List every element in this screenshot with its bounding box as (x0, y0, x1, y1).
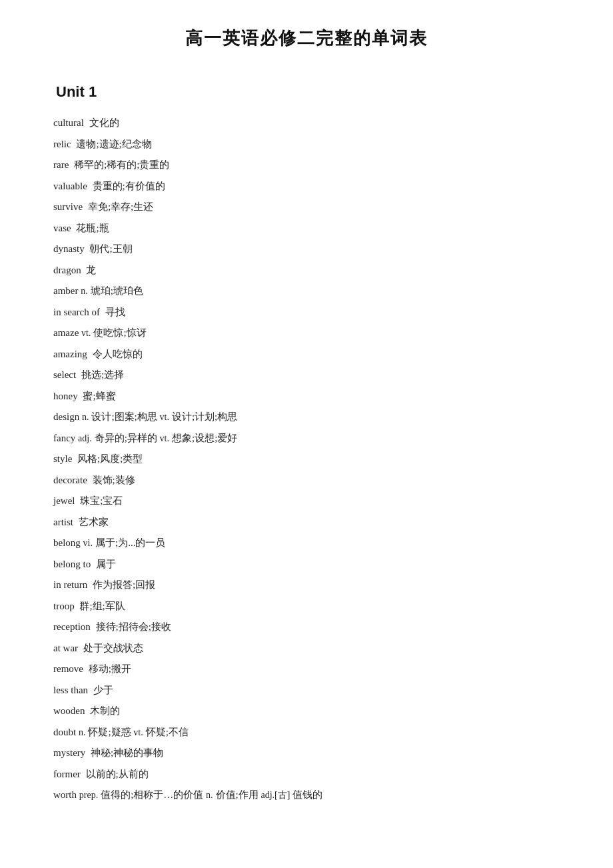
unit1-title: Unit 1 (56, 83, 560, 101)
list-item: amazing 令人吃惊的 (53, 344, 560, 365)
word-english: former (53, 769, 81, 779)
word-chinese: 设计;图案;构思 (91, 411, 159, 422)
word-english: vase (53, 223, 71, 233)
list-item: rare 稀罕的;稀有的;贵重的 (53, 155, 560, 176)
list-item: belong vi.属于;为...的一员 (53, 533, 560, 554)
word-english: design (53, 411, 79, 422)
word-chinese: 奇异的;异样的 (95, 433, 160, 443)
list-item: vase 花瓶;瓶 (53, 218, 560, 239)
word-chinese2: 怀疑;不信 (146, 727, 189, 737)
list-item: fancy adj.奇异的;异样的 vt.想象;设想;爱好 (53, 428, 560, 449)
word-pos: prep. (79, 790, 98, 800)
word-pos2: n. (206, 790, 213, 800)
word-english: troop (53, 601, 75, 611)
word-english: valuable (53, 181, 87, 191)
word-chinese: 装饰;装修 (90, 475, 135, 485)
word-pos: n. (81, 286, 88, 296)
word-chinese: 少于 (91, 685, 113, 695)
word-english: amazing (53, 349, 87, 359)
word-chinese: 龙 (84, 265, 97, 275)
list-item: decorate 装饰;装修 (53, 470, 560, 491)
list-item: honey 蜜;蜂蜜 (53, 386, 560, 407)
word-pos: adj. (78, 433, 92, 443)
word-chinese: 朝代;王朝 (87, 243, 133, 254)
list-item: troop 群;组;军队 (53, 596, 560, 617)
word-english: in search of (53, 307, 100, 317)
word-chinese: 移动;搬开 (86, 663, 131, 674)
word-chinese3: 值钱的 (293, 789, 322, 800)
unit1-section: Unit 1 cultural 文化的relic 遗物;遗迹;纪念物rare 稀… (53, 83, 560, 806)
word-chinese: 值得的;相称于…的价值 (101, 789, 206, 800)
word-english: mystery (53, 747, 85, 758)
word-pos: n. (79, 727, 86, 737)
word-english: artist (53, 517, 73, 527)
word-english: amber (53, 285, 78, 296)
word-english: relic (53, 139, 71, 149)
word-chinese: 令人吃惊的 (90, 349, 143, 359)
list-item: mystery 神秘;神秘的事物 (53, 743, 560, 764)
list-item: valuable 贵重的;有价值的 (53, 176, 560, 197)
word-english: style (53, 453, 72, 464)
word-english: rare (53, 159, 69, 170)
word-chinese2: 设计;计划;构思 (172, 411, 237, 422)
word-chinese: 属于 (93, 559, 116, 569)
word-pos3: adj.[古] (261, 790, 290, 800)
word-english: dragon (53, 265, 81, 275)
list-item: jewel 珠宝;宝石 (53, 491, 560, 512)
word-chinese: 贵重的;有价值的 (90, 181, 165, 191)
list-item: less than 少于 (53, 680, 560, 701)
word-chinese: 以前的;从前的 (83, 769, 149, 779)
word-english: worth (53, 789, 77, 800)
list-item: artist 艺术家 (53, 512, 560, 533)
word-chinese: 属于;为...的一员 (95, 537, 165, 548)
word-chinese: 珠宝;宝石 (77, 495, 123, 506)
list-item: amber n.琥珀;琥珀色 (53, 281, 560, 302)
word-chinese2: 想象;设想;爱好 (172, 433, 237, 443)
word-english: less than (53, 685, 88, 695)
list-item: reception 接待;招待会;接收 (53, 617, 560, 638)
word-chinese: 琥珀;琥珀色 (91, 285, 143, 296)
word-english: cultural (53, 117, 84, 128)
word-english: in return (53, 579, 87, 590)
word-chinese: 文化的 (87, 117, 119, 128)
word-english: survive (53, 201, 83, 212)
word-chinese: 使吃惊;惊讶 (93, 327, 146, 338)
word-english: amaze (53, 327, 79, 338)
list-item: relic 遗物;遗迹;纪念物 (53, 134, 560, 155)
word-english: select (53, 369, 76, 380)
word-english: remove (53, 663, 83, 674)
list-item: in search of 寻找 (53, 302, 560, 323)
word-english: decorate (53, 475, 87, 485)
word-chinese: 群;组;军队 (77, 601, 125, 611)
word-chinese: 作为报答;回报 (90, 579, 155, 590)
list-item: belong to 属于 (53, 554, 560, 575)
word-chinese: 怀疑;疑惑 (88, 727, 133, 737)
word-chinese: 艺术家 (76, 517, 109, 527)
list-item: select 挑选;选择 (53, 365, 560, 386)
word-chinese: 稀罕的;稀有的;贵重的 (71, 159, 169, 170)
word-pos2: vt. (160, 433, 169, 443)
word-english: jewel (53, 495, 75, 506)
list-item: remove 移动;搬开 (53, 659, 560, 680)
list-item: dynasty 朝代;王朝 (53, 239, 560, 260)
list-item: doubt n.怀疑;疑惑 vt.怀疑;不信 (53, 722, 560, 743)
word-english: dynasty (53, 243, 85, 254)
word-chinese: 寻找 (103, 307, 125, 317)
word-chinese: 蜜;蜂蜜 (81, 391, 116, 401)
word-chinese: 神秘;神秘的事物 (88, 747, 163, 758)
list-item: dragon 龙 (53, 260, 560, 281)
word-chinese: 花瓶;瓶 (74, 223, 109, 233)
word-pos2: vt. (160, 412, 169, 422)
word-pos: vi. (83, 538, 93, 548)
word-english: doubt (53, 727, 76, 737)
word-chinese: 木制的 (88, 705, 121, 716)
word-chinese: 风格;风度;类型 (75, 453, 143, 464)
list-item: worth prep.值得的;相称于…的价值 n.价值;作用 adj.[古]值钱… (53, 785, 560, 806)
word-english: belong to (53, 559, 91, 569)
word-pos: vt. (81, 328, 91, 338)
word-english: honey (53, 391, 78, 401)
word-chinese: 挑选;选择 (79, 369, 124, 380)
list-item: wooden 木制的 (53, 701, 560, 722)
word-pos2: vt. (133, 727, 143, 737)
word-english: belong (53, 537, 81, 548)
